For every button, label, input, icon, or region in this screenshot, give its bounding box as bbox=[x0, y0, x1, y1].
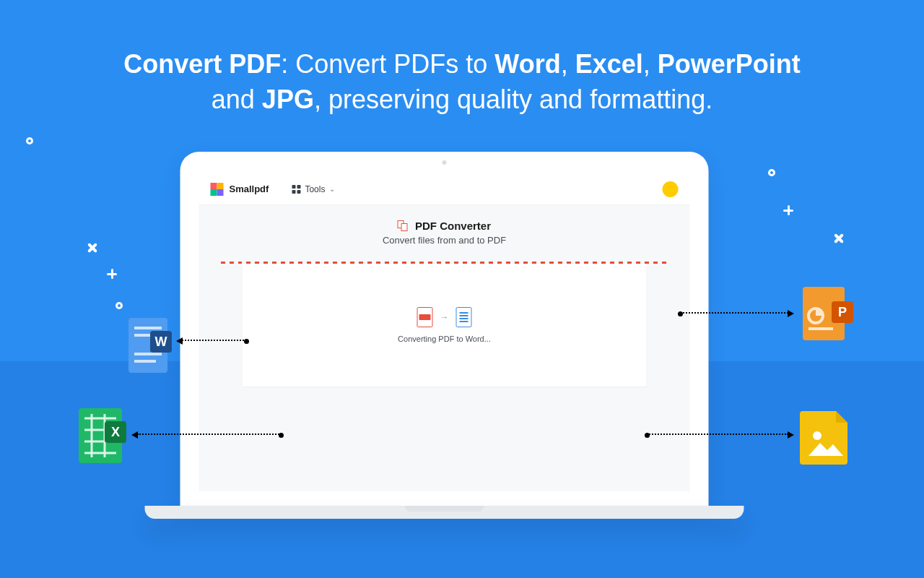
arrow-right-icon: → bbox=[440, 312, 449, 322]
avatar[interactable] bbox=[663, 181, 679, 197]
decoration-x-icon bbox=[87, 242, 98, 254]
pdf-converter-icon bbox=[398, 220, 409, 232]
svg-rect-4 bbox=[134, 360, 156, 363]
doc-file-icon bbox=[456, 307, 472, 327]
conversion-illustration: → bbox=[417, 307, 472, 327]
svg-text:W: W bbox=[155, 335, 167, 349]
word-file-icon: W bbox=[123, 318, 173, 379]
converter-heading: PDF Converter Convert files from and to … bbox=[199, 220, 690, 246]
decoration-ring-icon bbox=[768, 169, 775, 176]
connector-left-word bbox=[182, 340, 247, 341]
decoration-plus-icon bbox=[107, 269, 117, 279]
svg-rect-3 bbox=[134, 353, 162, 355]
promo-canvas: Convert PDF: Convert PDFs to Word, Excel… bbox=[0, 0, 924, 578]
converter-title: PDF Converter bbox=[415, 220, 491, 232]
connector-left-excel bbox=[137, 434, 282, 435]
conversion-status: Converting PDF to Word... bbox=[398, 335, 491, 343]
decoration-plus-icon bbox=[783, 205, 793, 215]
app-header: Smallpdf Tools ⌄ bbox=[199, 173, 690, 205]
camera-dot-icon bbox=[443, 160, 447, 165]
svg-text:X: X bbox=[111, 425, 120, 439]
chevron-down-icon: ⌄ bbox=[329, 185, 335, 193]
connector-right-image bbox=[647, 434, 788, 435]
decoration-x-icon bbox=[833, 233, 845, 244]
svg-rect-1 bbox=[134, 327, 162, 329]
svg-rect-18 bbox=[808, 327, 833, 330]
svg-text:P: P bbox=[838, 305, 847, 319]
tools-label: Tools bbox=[305, 184, 325, 194]
powerpoint-file-icon: P bbox=[801, 285, 855, 348]
brand-name: Smallpdf bbox=[230, 184, 269, 194]
decoration-ring-icon bbox=[116, 302, 123, 309]
conversion-card: → Converting PDF to Word... bbox=[243, 264, 647, 387]
converter-subtitle: Convert files from and to PDF bbox=[199, 235, 690, 246]
image-file-icon bbox=[800, 408, 850, 467]
decoration-ring-icon bbox=[26, 137, 33, 144]
headline-lead: Convert PDF bbox=[123, 49, 281, 79]
app-body: PDF Converter Convert files from and to … bbox=[199, 205, 690, 491]
laptop-mockup: Smallpdf Tools ⌄ PDF Converter bbox=[180, 152, 744, 519]
laptop-base bbox=[145, 506, 744, 519]
tools-grid-icon bbox=[292, 185, 300, 194]
headline: Convert PDF: Convert PDFs to Word, Excel… bbox=[0, 47, 924, 117]
connector-right-ppt bbox=[680, 312, 788, 314]
pdf-file-icon bbox=[417, 307, 433, 327]
brand-logo[interactable]: Smallpdf bbox=[211, 183, 269, 196]
brand-logo-icon bbox=[211, 183, 224, 196]
app-screen: Smallpdf Tools ⌄ PDF Converter bbox=[199, 173, 690, 491]
tools-menu[interactable]: Tools ⌄ bbox=[292, 184, 335, 194]
excel-file-icon: X bbox=[76, 408, 128, 469]
svg-point-21 bbox=[813, 431, 821, 440]
